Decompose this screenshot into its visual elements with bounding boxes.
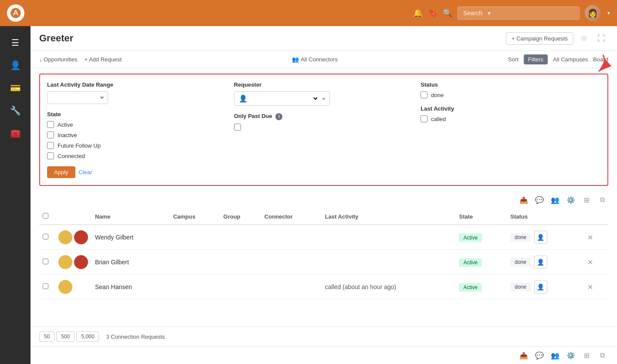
- remove-row-button[interactable]: ✕: [586, 257, 595, 268]
- sidebar-item-admin[interactable]: 🧰: [6, 124, 25, 143]
- row-actions: done 👤: [510, 231, 579, 244]
- state-active-label: Active: [58, 121, 73, 128]
- avatar-circle-2: [74, 255, 88, 269]
- send-icon[interactable]: 📤: [518, 194, 530, 206]
- clear-button[interactable]: Clear: [79, 169, 92, 175]
- row-connector-0: [261, 225, 322, 250]
- state-badge: Active: [459, 233, 482, 242]
- sort-button[interactable]: Sort: [508, 56, 519, 63]
- all-connectors-link[interactable]: 👥 All Connectors: [292, 56, 338, 63]
- copy-icon[interactable]: ⧉: [596, 194, 608, 206]
- board-link[interactable]: Board: [593, 56, 608, 63]
- toolbar-right: Sort Filters All Campuses Board: [508, 54, 608, 64]
- sidebar-item-person[interactable]: 👤: [6, 56, 25, 75]
- page-title: Greeter: [39, 33, 73, 44]
- row-group-2: [220, 275, 261, 300]
- table-icon[interactable]: ⊞: [580, 194, 593, 206]
- search-icon[interactable]: 🔍: [443, 8, 452, 18]
- status-done-checkbox[interactable]: [420, 91, 427, 98]
- sidebar-item-dashboard[interactable]: ☰: [6, 33, 25, 52]
- last-activity-called-item[interactable]: called: [420, 115, 600, 122]
- group-icon[interactable]: 👥: [549, 194, 561, 206]
- row-checkbox-0[interactable]: [43, 234, 48, 239]
- state-active-checkbox[interactable]: [47, 121, 54, 128]
- search-bar[interactable]: Search ▾: [458, 7, 580, 20]
- bottom-send-icon[interactable]: 📤: [518, 349, 530, 361]
- select-all-checkbox[interactable]: [43, 213, 48, 219]
- table-wrap: Name Campus Group Connector Last Activit…: [31, 209, 617, 327]
- all-connectors-label: All Connectors: [301, 56, 338, 63]
- row-group-1: [220, 250, 261, 275]
- row-checkbox-1[interactable]: [43, 259, 48, 264]
- remove-row-button[interactable]: ✕: [586, 232, 595, 243]
- assign-person-button[interactable]: 👤: [534, 256, 547, 269]
- bottom-settings-icon[interactable]: ⚙️: [565, 349, 577, 361]
- avatar-circle-1: [58, 280, 72, 294]
- bell-icon[interactable]: 🔔: [413, 8, 423, 18]
- page-size-500[interactable]: 500: [56, 331, 75, 342]
- connection-count: 3 Connection Requests: [106, 334, 165, 340]
- row-name-1: Brian Gilbert: [92, 250, 170, 275]
- last-activity-checkbox-group: called: [420, 115, 600, 122]
- toolbar: ↓ Opportunities + Add Request 👥 All Conn…: [31, 51, 617, 68]
- all-campuses-link[interactable]: All Campuses: [553, 56, 588, 63]
- page-size-50[interactable]: 50: [39, 331, 54, 342]
- bookmark-icon[interactable]: 🔖: [428, 8, 437, 18]
- opportunities-link[interactable]: ↓ Opportunities: [39, 56, 77, 63]
- state-future-follow-up-item[interactable]: Future Follow Up: [47, 142, 227, 149]
- page-size-5000[interactable]: 5,000: [76, 331, 99, 342]
- chat-icon[interactable]: 💬: [533, 194, 546, 206]
- apply-button[interactable]: Apply: [47, 166, 75, 178]
- filters-button[interactable]: Filters: [524, 54, 548, 64]
- settings-icon[interactable]: ⚙️: [565, 194, 577, 206]
- user-menu-chevron[interactable]: ▾: [607, 10, 610, 16]
- svg-point-0: [10, 8, 20, 18]
- add-request-link[interactable]: + Add Request: [84, 56, 122, 63]
- status-badge: done: [510, 283, 531, 291]
- state-future-follow-up-checkbox[interactable]: [47, 142, 54, 149]
- requester-select[interactable]: [251, 95, 319, 102]
- last-activity-called-checkbox[interactable]: [420, 115, 427, 122]
- state-connected-item[interactable]: Connected: [47, 152, 227, 159]
- requester-select-wrap[interactable]: 👤 ▾: [234, 91, 330, 106]
- status-label: Status: [420, 81, 600, 88]
- bottom-table-icon[interactable]: ⊞: [580, 349, 593, 361]
- state-connected-checkbox[interactable]: [47, 152, 54, 159]
- table-row: Brian Gilbert Active done 👤 ✕: [39, 250, 608, 275]
- row-state-1: Active: [455, 250, 507, 275]
- remove-row-button[interactable]: ✕: [586, 282, 595, 293]
- row-state-0: Active: [455, 225, 507, 250]
- state-active-item[interactable]: Active: [47, 121, 227, 128]
- bottom-group-icon[interactable]: 👥: [549, 349, 561, 361]
- only-past-due-item[interactable]: [234, 124, 414, 131]
- col-name: Name: [92, 209, 170, 225]
- only-past-due-checkbox[interactable]: [234, 124, 241, 131]
- bottom-chat-icon[interactable]: 💬: [533, 349, 546, 361]
- user-avatar[interactable]: 👩: [585, 5, 600, 21]
- fullscreen-icon[interactable]: ⛶: [594, 31, 608, 45]
- filter-panel: Last Activity Date Range Today This Week…: [39, 74, 608, 186]
- assign-person-button[interactable]: 👤: [534, 280, 547, 293]
- filter-col-2: Requester 👤 ▾ Only Past Due i: [234, 81, 414, 159]
- campaign-requests-button[interactable]: + Campaign Requests: [506, 32, 573, 45]
- star-icon[interactable]: ☆: [577, 31, 591, 45]
- status-done-item[interactable]: done: [420, 91, 600, 98]
- sidebar-item-finance[interactable]: 💳: [6, 78, 25, 98]
- sidebar-item-tools[interactable]: 🔧: [6, 101, 25, 120]
- row-checkbox-2[interactable]: [43, 283, 48, 289]
- date-range-label: Last Activity Date Range: [47, 81, 227, 88]
- date-range-select[interactable]: Today This Week This Month: [47, 91, 108, 104]
- avatar-circle-1: [58, 230, 72, 244]
- filter-col-3: Status done Last Activity called: [420, 81, 600, 159]
- assign-person-button[interactable]: 👤: [534, 231, 547, 244]
- search-label: Search: [463, 10, 482, 17]
- table-row: Sean Hansen called (about an hour ago) A…: [39, 275, 608, 300]
- state-inactive-checkbox[interactable]: [47, 131, 54, 138]
- row-last-activity-1: [322, 250, 456, 275]
- row-actions: done 👤: [510, 256, 579, 269]
- app-logo[interactable]: [7, 4, 24, 22]
- state-inactive-item[interactable]: Inactive: [47, 131, 227, 138]
- bottom-copy-icon[interactable]: ⧉: [596, 349, 608, 361]
- connections-table: Name Campus Group Connector Last Activit…: [39, 209, 608, 300]
- row-status-2: done 👤: [507, 275, 582, 300]
